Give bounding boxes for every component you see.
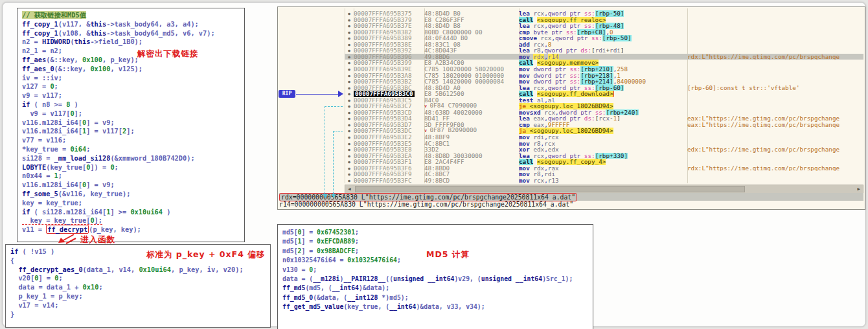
disasm-row[interactable]: ●00007FFFA695B3C7∨ 0F84 C7090000je <sogo… (345, 103, 863, 109)
code-line[interactable]: v116.m128i_i64[0] = v9; (22, 181, 240, 190)
breakpoint-dot[interactable]: ● (345, 153, 354, 159)
breakpoint-dot[interactable]: ● (345, 17, 354, 23)
breakpoint-dot[interactable]: ● (345, 115, 354, 122)
breakpoint-dot[interactable]: ● (345, 41, 354, 48)
disasm-row[interactable]: ●00007FFFA695B38E48:83C1 08add rcx,8 (345, 41, 863, 48)
breakpoint-dot[interactable]: ● (345, 134, 354, 141)
breakpoint-dot[interactable]: ● (345, 66, 354, 73)
code-line[interactable]: ff_aes_0(&::key, 0x100, v125); (22, 65, 240, 74)
disasm-row[interactable]: ●00007FFFA695B37548:8D4D B0lea rcx,qword… (345, 10, 863, 17)
disasm-row[interactable]: ●00007FFFA695B3E54C:8BC1mov r8,rcx (345, 141, 863, 147)
code-line[interactable]: v130 = 0; (282, 266, 588, 275)
breakpoint-dot[interactable]: ● (345, 128, 354, 134)
code-line[interactable]: n2 = HIDWORD(this->field_1B0); (22, 38, 240, 47)
disasm-row[interactable]: ●00007FFFA695B39EC785 10020000 58020000m… (345, 66, 863, 73)
code-line[interactable]: n0x44 = 1; (22, 172, 240, 181)
code-line[interactable]: md5[1] = 0xEFCDAB89; (282, 237, 588, 246)
breakpoint-dot[interactable]: ● (345, 35, 354, 41)
breakpoint-dot[interactable]: ● (345, 141, 354, 147)
disasm-row[interactable]: ●00007FFFA695B3DC∨ 0F87 B2090000ja <sogo… (345, 128, 863, 134)
breakpoint-dot[interactable]: ● (345, 60, 354, 66)
disasm-row[interactable]: ●00007FFFA695B3A8C785 18020000 01000000m… (345, 73, 863, 79)
breakpoint-dot[interactable]: ● (345, 47, 354, 54)
code-line[interactable]: n2_1 = n2; (22, 47, 240, 56)
code-line[interactable]: ff_aes(&::key, 0x100, p_key); (22, 56, 240, 65)
code-line[interactable]: data = (__m128i)__PAIR128__((unsigned __… (282, 275, 588, 284)
breakpoint-dot[interactable]: ● (345, 78, 354, 85)
code-line[interactable]: p_key_1 = p_key; (10, 292, 266, 301)
disasm-row[interactable]: ●00007FFFA695B3FC49:8BCDmov rcx,r13 (345, 177, 863, 184)
disasm-row[interactable]: ●00007FFFA695B3E833D2xor edx,edxedx:L"ht… (345, 146, 863, 153)
disasm-row[interactable]: ●00007FFFA695B399E8 A2B34C00call <sogoup… (345, 60, 863, 66)
code-line[interactable]: key = key_true[0]; (22, 216, 240, 225)
breakpoint-dot[interactable]: ● (345, 109, 354, 116)
disasm-row[interactable]: ●00007FFFA695B3CD48:638D 40020000movsxd … (345, 109, 863, 116)
code-line[interactable]: // 获取链接和MD5值 (22, 11, 240, 20)
breakpoint-dot[interactable]: ● (345, 85, 354, 91)
disasm-row[interactable]: ●00007FFFA695B3F94C:8BC7mov r8,rdi (345, 171, 863, 177)
code-line[interactable]: v116.m128i_i64[1] = v117[2]; (22, 127, 240, 136)
breakpoint-dot[interactable]: ● (345, 29, 354, 36)
code-line[interactable]: *key_true = 0i64; (22, 145, 240, 154)
breakpoint-dot[interactable]: ● (345, 54, 354, 60)
code-line[interactable]: v77 = v116; (22, 136, 240, 145)
horizontal-scrollbar[interactable]: ◀ ▶ (345, 185, 863, 194)
code-line[interactable]: if ( si128.m128i_i64[1] >= 0x10ui64 ) (22, 208, 240, 217)
breakpoint-dot[interactable]: ● (345, 165, 354, 172)
breakpoint-dot[interactable]: ● (345, 146, 354, 153)
disasm-row[interactable]: ●00007FFFA695B38280BD C8000000 00cmp byt… (345, 29, 863, 36)
disasm-row[interactable]: ●00007FFFA695B3E248:8BF9mov rdi,rcx (345, 134, 863, 141)
code-line[interactable]: md5[0] = 0x67452301; (282, 228, 588, 237)
disasm-row[interactable]: ●00007FFFA695B39649:8BD6mov rdx,r14rdx:L… (345, 54, 863, 60)
disasm-row[interactable]: ●00007FFFA695B3C584C0test al,al (345, 97, 863, 104)
code-line[interactable]: ff_get_md5_value(key_true, (__int64)&dat… (282, 302, 588, 312)
code-line[interactable]: v9 = v117; (22, 91, 240, 100)
breakpoint-dot[interactable]: ● (345, 91, 354, 97)
disasm-row[interactable]: ●00007FFFA695B3F648:8BD0mov rdx,raxrdx:L… (345, 165, 863, 172)
scrollbar-thumb[interactable] (355, 186, 745, 192)
disasm-row[interactable]: ●00007FFFA695B379E8 C286F3FFcall <sogoup… (345, 17, 863, 23)
disasm-row[interactable]: ●00007FFFA695B3BC48:8D4D A0lea rcx,qword… (345, 85, 863, 91)
code-line[interactable]: ff_copy_1(v117, &this->task_body64, a3, … (22, 20, 240, 29)
code-line[interactable]: } (10, 310, 266, 319)
status-register-line[interactable]: rdx=000000000565A830 L"https://ime.gtimg… (279, 193, 863, 201)
code-line[interactable]: v17 = v14; (10, 301, 266, 310)
scroll-left-button[interactable]: ◀ (345, 187, 354, 192)
breakpoint-dot[interactable]: ● (345, 97, 354, 104)
status-register-line[interactable]: r14=000000000565A830 L"https://ime.gtimg… (279, 201, 863, 209)
disasm-row[interactable]: ●00007FFFA695B3B2C785 14020000 00000084m… (345, 78, 863, 85)
code-line[interactable]: v9 = v117[0]; (22, 109, 240, 119)
disasm-row[interactable]: ●00007FFFA695B37E48:8D4D B8lea rcx,qword… (345, 23, 863, 29)
breakpoint-dot[interactable]: ● (345, 171, 354, 177)
disasm-row[interactable]: ●00007FFFA695B3F1E8 2AC4F4FFcall <sogoup… (345, 159, 863, 165)
code-line[interactable]: v127 = 0; (22, 82, 240, 91)
code-line[interactable]: LOBYTE(key_true[0]) = 0; (22, 163, 240, 172)
code-line[interactable]: data = data_1 + 0x10; (10, 283, 266, 292)
breakpoint-dot[interactable]: ● (345, 10, 354, 17)
breakpoint-dot[interactable]: ● (345, 23, 354, 29)
code-line[interactable]: si128 = _mm_load_si128(&xmmword_180B742D… (22, 154, 240, 163)
breakpoint-dot[interactable]: ● (345, 159, 354, 165)
code-line[interactable]: ff_copy_1(v108, &this->task_body64_md5, … (22, 29, 240, 38)
disasm-row[interactable]: ●00007FFFA695B3924C:8D043Flea r8,qword p… (345, 47, 863, 54)
code-line[interactable]: ff_decrypt_aes_0(data_1, v14, 0x10ui64, … (10, 266, 266, 275)
code-line[interactable]: ff_some_5(&v116, key_true); (22, 190, 240, 199)
breakpoint-dot[interactable]: ● (345, 73, 354, 79)
breakpoint-dot[interactable]: ● (345, 122, 354, 128)
code-line[interactable]: ff_md5_0(&data, (__int128 *)md5); (282, 293, 588, 302)
disasm-row[interactable]: ●00007FFFA695B3C0E8 5B612500call <sogoup… (345, 91, 863, 97)
scroll-right-button[interactable]: ▶ (854, 187, 863, 192)
breakpoint-dot[interactable]: ● (345, 177, 354, 184)
code-line[interactable]: key = key_true; (22, 199, 240, 208)
code-line[interactable]: iv = ::iv; (22, 74, 240, 83)
breakpoint-dot[interactable]: ● (345, 103, 354, 109)
code-line[interactable]: v20[0] = 0; (10, 274, 266, 283)
code-line[interactable]: if ( n8 >= 8 ) (22, 100, 240, 109)
jump-arrow-stub (325, 106, 343, 107)
disasm-row[interactable]: ●00007FFFA695B3D73D FFFF9F00cmp eax,9FFF… (345, 122, 863, 128)
disasm-row[interactable]: ●00007FFFA695B38948:0F444D B0cmove rcx,q… (345, 35, 863, 41)
disasm-row[interactable]: ●00007FFFA695B3D48D41 FFlea eax,qword pt… (345, 115, 863, 122)
code-line[interactable]: ff_md5(md5, (__int64)&data); (282, 284, 588, 293)
code-line[interactable]: v116.m128i_i64[0] = v9; (22, 119, 240, 128)
disasm-row[interactable]: ●00007FFFA695B3EA48:8D8D 30030000lea rcx… (345, 153, 863, 159)
